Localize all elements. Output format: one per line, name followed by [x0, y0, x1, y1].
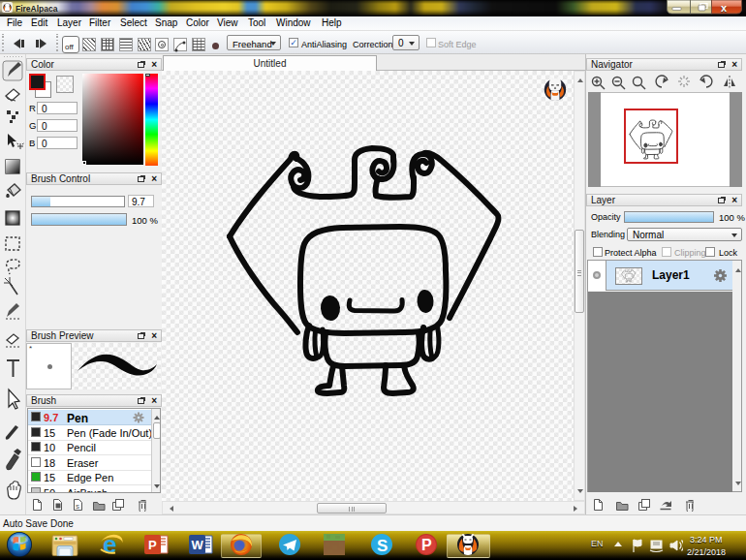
svg-text:P: P — [148, 538, 157, 552]
svg-text:x: x — [721, 2, 728, 14]
svg-text:s: s — [76, 502, 79, 511]
svg-text:P: P — [421, 537, 432, 553]
svg-text:W: W — [192, 538, 204, 552]
svg-text:S: S — [377, 537, 388, 555]
